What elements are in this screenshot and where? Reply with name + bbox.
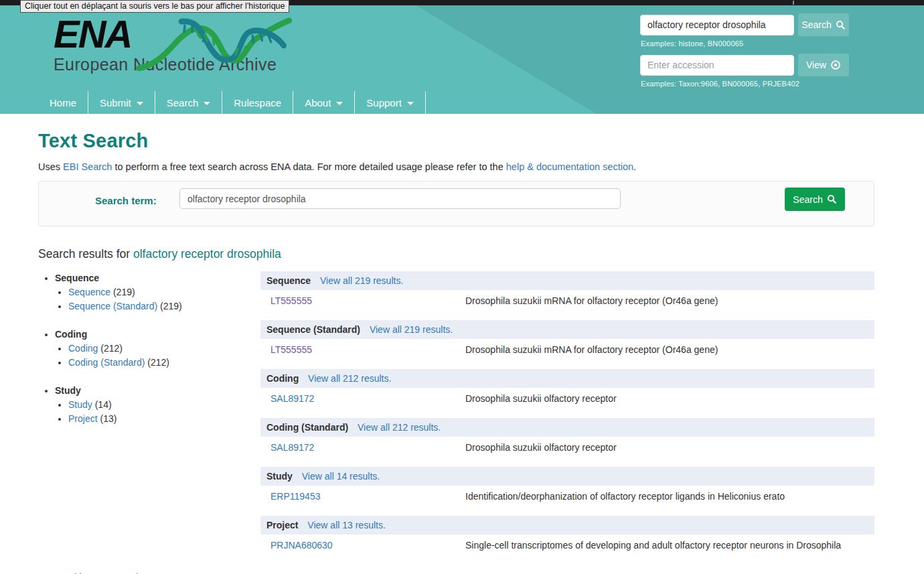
facet-link[interactable]: Coding (Standard) [68,357,145,368]
result-group-name: Sequence (Standard) [266,324,360,335]
result-group-name: Coding [266,373,299,384]
text-search-input[interactable] [640,15,794,35]
result-description: Identification/deorphanization of olfact… [465,491,785,502]
nav-item[interactable]: Support [355,91,426,114]
page-title: Text Search [38,130,874,152]
result-row: SAL89172 Drosophila suzukii olfactory re… [260,437,874,454]
header-view-button[interactable]: View [798,54,849,76]
accession-examples: Examples: Taxon:9606, BN000065, PRJEB402 [641,80,849,88]
accession-link[interactable]: SAL89172 [271,442,465,453]
result-group: Sequence View all 219 results. LT555555 … [260,271,874,307]
search-term-input[interactable] [179,188,621,209]
result-group-header: Coding (Standard) View all 212 results. [260,418,874,437]
accession-link[interactable]: SAL89172 [271,393,465,404]
facet-group-label: Sequence [55,273,99,283]
header-search-button[interactable]: Search [798,13,849,36]
ena-logo[interactable]: ENA European Nucleotide Archive [54,15,277,73]
result-group-name: Sequence [266,275,311,286]
results-heading: Search results for olfactory receptor dr… [38,247,874,261]
facet-group-label: Coding [55,329,87,340]
result-row: ERP119453 Identification/deorphanization… [260,486,874,503]
text-search-examples: Examples: histone, BN000065 [641,40,849,48]
search-icon [827,194,837,204]
nav-item[interactable]: Search [155,91,223,114]
result-group-name: Study [266,471,293,482]
chevron-down-icon [204,102,210,105]
ena-logo-text: ENA [54,15,131,54]
chevron-down-icon [336,102,343,105]
result-description: Drosophila suzukii mRNA for olfactory re… [465,344,718,355]
chevron-down-icon [407,102,414,105]
result-group: Coding (Standard) View all 212 results. … [260,418,874,454]
view-all-link[interactable]: View all 219 results. [370,324,453,335]
nav-item[interactable]: Rulespace [222,91,293,114]
view-all-link[interactable]: View all 212 results. [308,373,391,384]
facet-link[interactable]: Project [68,413,98,424]
result-group-header: Sequence View all 219 results. [260,271,874,290]
site-header: ENA European Nucleotide Archive Search E… [0,5,924,114]
facet-sidebar: Sequence Sequence (219) Sequence (Standa… [38,271,260,565]
result-group-name: Project [266,520,298,530]
facet-link[interactable]: Sequence (Standard) [68,301,157,311]
masthead-divider [793,1,794,5]
facet-group: Sequence Sequence (219) Sequence (Standa… [55,271,260,313]
search-icon [836,20,846,30]
result-row: LT555555 Drosophila suzukii mRNA for olf… [260,339,874,356]
view-all-link[interactable]: View all 219 results. [320,275,403,286]
results-column: Sequence View all 219 results. LT555555 … [260,271,874,565]
facet-count: (212) [98,343,123,354]
help-documentation-link[interactable]: help & documentation section [506,161,633,172]
result-group-header: Study View all 14 results. [260,467,874,486]
facet-item: Coding (Standard) (212) [68,356,260,370]
facet-group-label: Study [55,385,81,396]
facet-count: (14) [92,399,112,410]
facet-item: Project (13) [68,412,260,426]
nav-item[interactable]: Submit [88,91,155,114]
result-row: PRJNA680630 Single-cell transcriptomes o… [260,534,874,552]
ebi-search-link[interactable]: EBI Search [63,161,112,172]
result-group-name: Coding (Standard) [266,422,348,433]
result-description: Drosophila suzukii mRNA for olfactory re… [465,295,718,306]
main-content: Text Search Uses EBI Search to perform a… [0,130,924,574]
header-search-area: Search Examples: histone, BN000065 View … [640,13,849,94]
facet-link[interactable]: Coding [68,343,98,354]
facet-link[interactable]: Sequence [68,287,110,297]
facet-item: Sequence (Standard) (219) [68,299,260,313]
result-row: SAL89172 Drosophila suzukii olfactory re… [260,388,874,405]
facet-item: Sequence (219) [68,285,260,299]
facet-group: Study Study (14) Project (13) [55,384,260,426]
view-all-link[interactable]: View all 14 results. [302,471,380,482]
results-query: olfactory receptor drosophila [133,247,281,261]
accession-link[interactable]: ERP119453 [271,491,465,502]
intro-text: Uses EBI Search to perform a free text s… [38,161,874,172]
facet-count: (219) [110,287,135,297]
dna-helix-icon [134,15,293,72]
facet-count: (219) [157,301,182,311]
result-group-header: Project View all 13 results. [260,516,874,534]
accession-input[interactable] [640,55,794,76]
facet-item: Study (14) [68,398,260,412]
bullseye-icon [830,60,841,70]
result-group-header: Coding View all 212 results. [260,369,874,388]
view-all-link[interactable]: View all 13 results. [307,520,385,530]
result-description: Drosophila suzukii olfactory receptor [465,393,617,404]
result-group: Sequence (Standard) View all 219 results… [260,320,874,356]
facet-group: Coding Coding (212) Coding (Standard) (2… [55,328,260,370]
accession-link[interactable]: LT555555 [271,295,465,306]
accession-link[interactable]: PRJNA680630 [271,540,465,551]
result-description: Drosophila suzukii olfactory receptor [465,442,617,453]
result-group-header: Sequence (Standard) View all 219 results… [260,320,874,339]
main-nav: Home Submit Search Rulespace About Suppo… [38,91,426,114]
search-submit-button[interactable]: Search [785,188,845,211]
accession-link[interactable]: LT555555 [271,344,465,355]
search-form-panel: Search term: Search [38,181,874,226]
facet-item: Coding (212) [68,342,260,356]
facet-count: (212) [145,357,169,368]
nav-item[interactable]: Home [38,91,88,114]
facet-link[interactable]: Study [68,399,92,410]
search-term-label: Search term: [95,195,157,206]
status-tooltip: Cliquer tout en déplaçant la souris vers… [20,0,289,13]
result-description: Single-cell transcriptomes of developing… [465,540,841,551]
nav-item[interactable]: About [293,91,355,114]
view-all-link[interactable]: View all 212 results. [358,422,441,433]
